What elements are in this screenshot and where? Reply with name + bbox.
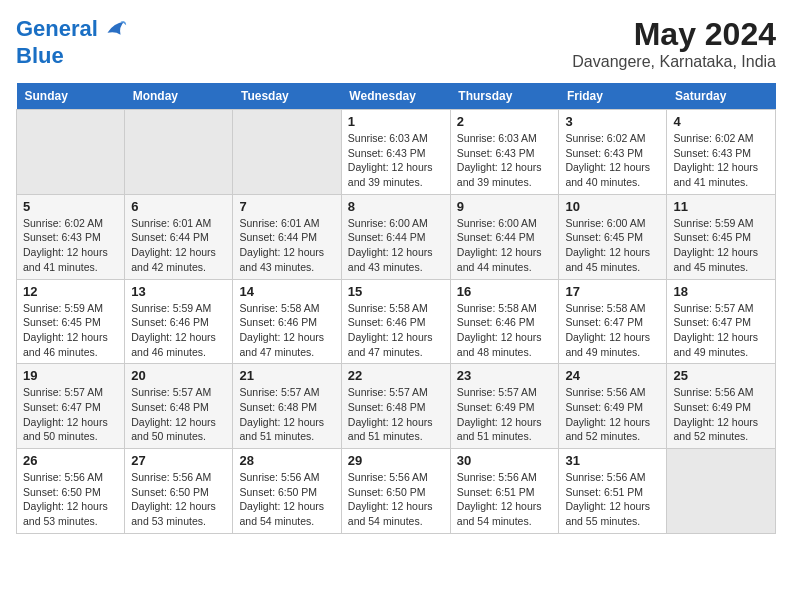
calendar-cell: 12Sunrise: 5:59 AMSunset: 6:45 PMDayligh…: [17, 279, 125, 364]
calendar-cell: 25Sunrise: 5:56 AMSunset: 6:49 PMDayligh…: [667, 364, 776, 449]
day-number: 4: [673, 114, 769, 129]
calendar-cell: 13Sunrise: 5:59 AMSunset: 6:46 PMDayligh…: [125, 279, 233, 364]
day-info: Sunrise: 6:02 AMSunset: 6:43 PMDaylight:…: [565, 131, 660, 190]
calendar-header: SundayMondayTuesdayWednesdayThursdayFrid…: [17, 83, 776, 110]
day-number: 10: [565, 199, 660, 214]
calendar-cell: 16Sunrise: 5:58 AMSunset: 6:46 PMDayligh…: [450, 279, 559, 364]
calendar-cell: [17, 110, 125, 195]
day-number: 20: [131, 368, 226, 383]
day-number: 26: [23, 453, 118, 468]
calendar-body: 1Sunrise: 6:03 AMSunset: 6:43 PMDaylight…: [17, 110, 776, 534]
weekday-header-sunday: Sunday: [17, 83, 125, 110]
logo: General Blue: [16, 16, 128, 68]
calendar-cell: 2Sunrise: 6:03 AMSunset: 6:43 PMDaylight…: [450, 110, 559, 195]
day-info: Sunrise: 5:58 AMSunset: 6:46 PMDaylight:…: [457, 301, 553, 360]
weekday-header-wednesday: Wednesday: [341, 83, 450, 110]
calendar-cell: 24Sunrise: 5:56 AMSunset: 6:49 PMDayligh…: [559, 364, 667, 449]
calendar-cell: 19Sunrise: 5:57 AMSunset: 6:47 PMDayligh…: [17, 364, 125, 449]
calendar-cell: [125, 110, 233, 195]
day-number: 21: [239, 368, 334, 383]
day-number: 2: [457, 114, 553, 129]
day-info: Sunrise: 5:56 AMSunset: 6:51 PMDaylight:…: [457, 470, 553, 529]
logo-text: General: [16, 16, 128, 44]
day-number: 23: [457, 368, 553, 383]
calendar-cell: 7Sunrise: 6:01 AMSunset: 6:44 PMDaylight…: [233, 194, 341, 279]
day-number: 28: [239, 453, 334, 468]
page-header: General Blue May 2024 Davangere, Karnata…: [16, 16, 776, 71]
day-info: Sunrise: 5:57 AMSunset: 6:47 PMDaylight:…: [23, 385, 118, 444]
calendar-title: May 2024: [572, 16, 776, 53]
calendar-cell: 14Sunrise: 5:58 AMSunset: 6:46 PMDayligh…: [233, 279, 341, 364]
day-number: 3: [565, 114, 660, 129]
calendar-cell: 11Sunrise: 5:59 AMSunset: 6:45 PMDayligh…: [667, 194, 776, 279]
weekday-header-monday: Monday: [125, 83, 233, 110]
day-number: 29: [348, 453, 444, 468]
day-info: Sunrise: 5:59 AMSunset: 6:45 PMDaylight:…: [23, 301, 118, 360]
day-info: Sunrise: 5:57 AMSunset: 6:48 PMDaylight:…: [348, 385, 444, 444]
weekday-header-thursday: Thursday: [450, 83, 559, 110]
day-info: Sunrise: 6:02 AMSunset: 6:43 PMDaylight:…: [673, 131, 769, 190]
day-number: 1: [348, 114, 444, 129]
day-number: 5: [23, 199, 118, 214]
calendar-cell: 21Sunrise: 5:57 AMSunset: 6:48 PMDayligh…: [233, 364, 341, 449]
calendar-cell: 15Sunrise: 5:58 AMSunset: 6:46 PMDayligh…: [341, 279, 450, 364]
day-info: Sunrise: 5:57 AMSunset: 6:48 PMDaylight:…: [131, 385, 226, 444]
day-info: Sunrise: 5:56 AMSunset: 6:49 PMDaylight:…: [673, 385, 769, 444]
day-info: Sunrise: 5:56 AMSunset: 6:50 PMDaylight:…: [348, 470, 444, 529]
day-info: Sunrise: 6:00 AMSunset: 6:44 PMDaylight:…: [348, 216, 444, 275]
day-info: Sunrise: 5:56 AMSunset: 6:50 PMDaylight:…: [239, 470, 334, 529]
weekday-header-saturday: Saturday: [667, 83, 776, 110]
calendar-cell: 31Sunrise: 5:56 AMSunset: 6:51 PMDayligh…: [559, 449, 667, 534]
calendar-cell: 17Sunrise: 5:58 AMSunset: 6:47 PMDayligh…: [559, 279, 667, 364]
calendar-cell: 18Sunrise: 5:57 AMSunset: 6:47 PMDayligh…: [667, 279, 776, 364]
day-info: Sunrise: 6:00 AMSunset: 6:45 PMDaylight:…: [565, 216, 660, 275]
day-number: 30: [457, 453, 553, 468]
title-block: May 2024 Davangere, Karnataka, India: [572, 16, 776, 71]
day-info: Sunrise: 5:58 AMSunset: 6:47 PMDaylight:…: [565, 301, 660, 360]
day-number: 31: [565, 453, 660, 468]
calendar-table: SundayMondayTuesdayWednesdayThursdayFrid…: [16, 83, 776, 534]
calendar-cell: 22Sunrise: 5:57 AMSunset: 6:48 PMDayligh…: [341, 364, 450, 449]
day-info: Sunrise: 5:57 AMSunset: 6:47 PMDaylight:…: [673, 301, 769, 360]
day-info: Sunrise: 6:01 AMSunset: 6:44 PMDaylight:…: [239, 216, 334, 275]
calendar-cell: 5Sunrise: 6:02 AMSunset: 6:43 PMDaylight…: [17, 194, 125, 279]
weekday-header-tuesday: Tuesday: [233, 83, 341, 110]
calendar-cell: 26Sunrise: 5:56 AMSunset: 6:50 PMDayligh…: [17, 449, 125, 534]
calendar-cell: 29Sunrise: 5:56 AMSunset: 6:50 PMDayligh…: [341, 449, 450, 534]
day-number: 6: [131, 199, 226, 214]
day-number: 15: [348, 284, 444, 299]
day-info: Sunrise: 6:03 AMSunset: 6:43 PMDaylight:…: [348, 131, 444, 190]
day-number: 7: [239, 199, 334, 214]
calendar-cell: [233, 110, 341, 195]
day-info: Sunrise: 6:03 AMSunset: 6:43 PMDaylight:…: [457, 131, 553, 190]
calendar-week-row: 1Sunrise: 6:03 AMSunset: 6:43 PMDaylight…: [17, 110, 776, 195]
calendar-week-row: 19Sunrise: 5:57 AMSunset: 6:47 PMDayligh…: [17, 364, 776, 449]
day-number: 14: [239, 284, 334, 299]
day-number: 8: [348, 199, 444, 214]
day-info: Sunrise: 5:59 AMSunset: 6:46 PMDaylight:…: [131, 301, 226, 360]
calendar-cell: 9Sunrise: 6:00 AMSunset: 6:44 PMDaylight…: [450, 194, 559, 279]
calendar-cell: 28Sunrise: 5:56 AMSunset: 6:50 PMDayligh…: [233, 449, 341, 534]
day-number: 17: [565, 284, 660, 299]
day-number: 13: [131, 284, 226, 299]
calendar-week-row: 26Sunrise: 5:56 AMSunset: 6:50 PMDayligh…: [17, 449, 776, 534]
logo-bird-icon: [100, 16, 128, 44]
day-info: Sunrise: 5:58 AMSunset: 6:46 PMDaylight:…: [239, 301, 334, 360]
calendar-week-row: 12Sunrise: 5:59 AMSunset: 6:45 PMDayligh…: [17, 279, 776, 364]
calendar-cell: 8Sunrise: 6:00 AMSunset: 6:44 PMDaylight…: [341, 194, 450, 279]
day-number: 24: [565, 368, 660, 383]
day-info: Sunrise: 5:59 AMSunset: 6:45 PMDaylight:…: [673, 216, 769, 275]
day-info: Sunrise: 6:00 AMSunset: 6:44 PMDaylight:…: [457, 216, 553, 275]
calendar-cell: 10Sunrise: 6:00 AMSunset: 6:45 PMDayligh…: [559, 194, 667, 279]
day-number: 25: [673, 368, 769, 383]
calendar-cell: 27Sunrise: 5:56 AMSunset: 6:50 PMDayligh…: [125, 449, 233, 534]
day-info: Sunrise: 5:56 AMSunset: 6:50 PMDaylight:…: [131, 470, 226, 529]
calendar-week-row: 5Sunrise: 6:02 AMSunset: 6:43 PMDaylight…: [17, 194, 776, 279]
day-number: 18: [673, 284, 769, 299]
calendar-cell: 30Sunrise: 5:56 AMSunset: 6:51 PMDayligh…: [450, 449, 559, 534]
calendar-cell: 4Sunrise: 6:02 AMSunset: 6:43 PMDaylight…: [667, 110, 776, 195]
day-info: Sunrise: 5:58 AMSunset: 6:46 PMDaylight:…: [348, 301, 444, 360]
day-info: Sunrise: 5:57 AMSunset: 6:48 PMDaylight:…: [239, 385, 334, 444]
calendar-cell: 1Sunrise: 6:03 AMSunset: 6:43 PMDaylight…: [341, 110, 450, 195]
calendar-cell: [667, 449, 776, 534]
